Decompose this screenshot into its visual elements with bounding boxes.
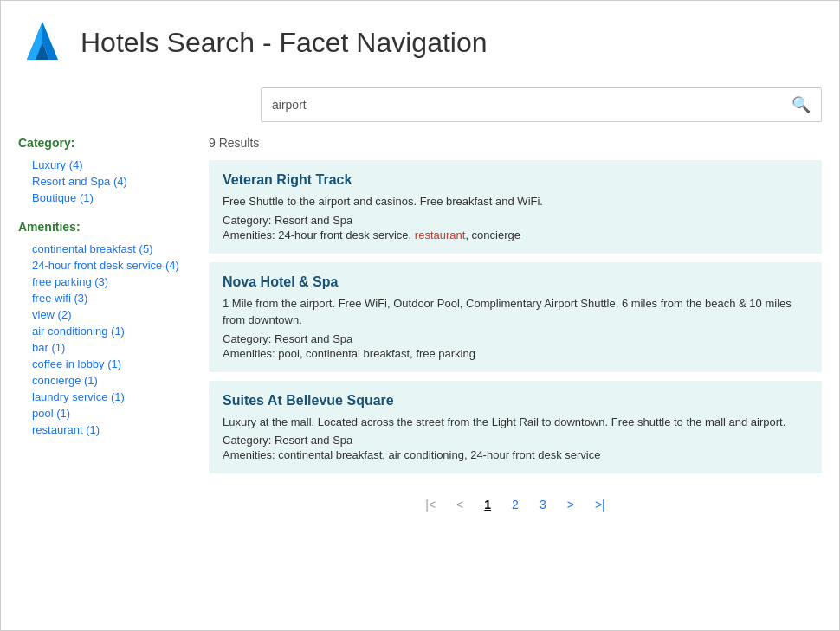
- result-item: Veteran Right Track Free Shuttle to the …: [209, 160, 822, 254]
- category-label: Category:: [18, 136, 191, 150]
- pagination-first[interactable]: |<: [418, 494, 443, 515]
- results-area: 9 Results Veteran Right Track Free Shutt…: [209, 136, 822, 515]
- pagination-prev[interactable]: <: [449, 494, 470, 515]
- facet-coffee-in-lobby[interactable]: coffee in lobby (1): [18, 356, 191, 372]
- facet-laundry-service[interactable]: laundry service (1): [18, 389, 191, 405]
- result-description: Luxury at the mall. Located across the s…: [223, 414, 808, 431]
- facet-free-wifi[interactable]: free wifi (3): [18, 290, 191, 306]
- header: Hotels Search - Facet Navigation: [18, 18, 822, 67]
- result-item: Suites At Bellevue Square Luxury at the …: [209, 381, 822, 474]
- result-amenities: Amenities: continental breakfast, air co…: [223, 448, 808, 461]
- page-container: Hotels Search - Facet Navigation airport…: [0, 0, 840, 631]
- amenities-label: Amenities: pool, continental breakfast, …: [223, 347, 475, 360]
- result-title[interactable]: Veteran Right Track: [223, 172, 808, 188]
- pagination-last[interactable]: >|: [588, 494, 612, 515]
- search-button[interactable]: 🔍: [781, 88, 821, 121]
- result-title[interactable]: Suites At Bellevue Square: [223, 393, 808, 409]
- amenities-section: Amenities: continental breakfast (5) 24-…: [18, 220, 191, 438]
- facet-resort-and-spa[interactable]: Resort and Spa (4): [18, 173, 191, 190]
- category-section: Category: Luxury (4) Resort and Spa (4) …: [18, 136, 191, 206]
- result-category: Category: Resort and Spa: [223, 434, 808, 447]
- result-amenities: Amenities: 24-hour front desk service, r…: [223, 229, 808, 241]
- page-title: Hotels Search - Facet Navigation: [81, 27, 488, 59]
- facet-restaurant[interactable]: restaurant (1): [18, 422, 191, 438]
- result-description: Free Shuttle to the airport and casinos.…: [223, 193, 808, 210]
- search-input[interactable]: airport: [262, 91, 781, 119]
- amenities-label: Amenities:: [18, 220, 191, 234]
- result-item: Nova Hotel & Spa 1 Mile from the airport…: [209, 262, 822, 372]
- facet-continental-breakfast[interactable]: continental breakfast (5): [18, 241, 191, 257]
- facet-bar[interactable]: bar (1): [18, 339, 191, 356]
- facet-boutique[interactable]: Boutique (1): [18, 190, 191, 206]
- facet-luxury[interactable]: Luxury (4): [18, 157, 191, 173]
- pagination-next[interactable]: >: [560, 494, 581, 515]
- amenities-label: Amenities: continental breakfast, air co…: [223, 448, 600, 461]
- search-bar: airport 🔍: [261, 87, 822, 122]
- app-logo: [18, 18, 67, 67]
- result-title[interactable]: Nova Hotel & Spa: [223, 274, 808, 290]
- facet-pool[interactable]: pool (1): [18, 405, 191, 422]
- facet-air-conditioning[interactable]: air conditioning (1): [18, 323, 191, 339]
- pagination-page-2[interactable]: 2: [505, 494, 526, 515]
- result-category: Category: Resort and Spa: [223, 214, 808, 227]
- pagination-page-3[interactable]: 3: [533, 494, 553, 515]
- sidebar: Category: Luxury (4) Resort and Spa (4) …: [18, 136, 209, 515]
- facet-free-parking[interactable]: free parking (3): [18, 274, 191, 290]
- facet-concierge[interactable]: concierge (1): [18, 372, 191, 389]
- result-description: 1 Mile from the airport. Free WiFi, Outd…: [223, 295, 808, 329]
- facet-front-desk[interactable]: 24-hour front desk service (4): [18, 257, 191, 274]
- amenities-highlight: restaurant: [415, 229, 466, 241]
- result-amenities: Amenities: pool, continental breakfast, …: [223, 347, 808, 360]
- amenities-label: Amenities: 24-hour front desk service, r…: [223, 229, 520, 241]
- pagination: |< < 1 2 3 > >|: [209, 494, 822, 515]
- results-count: 9 Results: [209, 136, 822, 150]
- pagination-page-1[interactable]: 1: [477, 494, 498, 515]
- main-layout: Category: Luxury (4) Resort and Spa (4) …: [18, 136, 822, 515]
- facet-view[interactable]: view (2): [18, 306, 191, 323]
- result-category: Category: Resort and Spa: [223, 332, 808, 345]
